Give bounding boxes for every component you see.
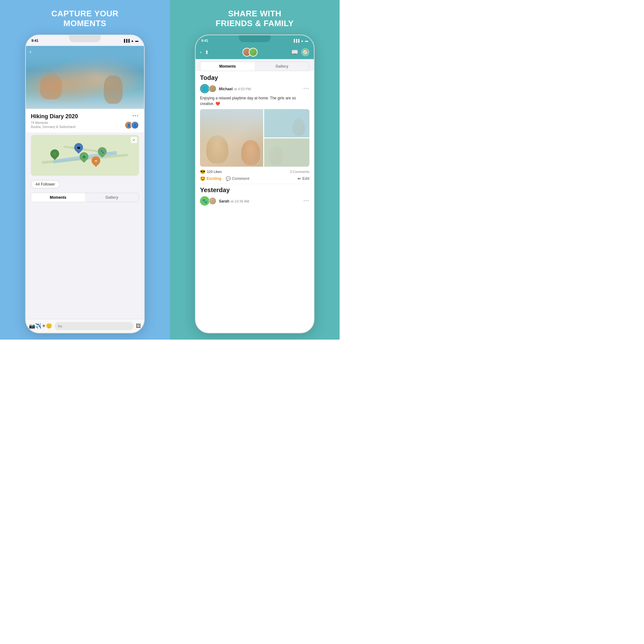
yesterday-more-button[interactable]: ••• (303, 199, 309, 203)
diary-avatars: 👤 👤 (125, 121, 139, 129)
left-phone-content: ‹ Hiking Diary 2020 ••• 74 Moments Austr… (26, 46, 144, 333)
tab-gallery[interactable]: Gallery (85, 193, 139, 202)
moment-avatar: 🌐 (200, 84, 209, 93)
map-pin-1: 🌿 (48, 147, 61, 160)
left-phone: 9:41 ▐▐▐ ▲ ▬ ‹ Hiking Diary 2020 (25, 35, 145, 333)
signal-icon: ▐▐▐ (123, 39, 130, 42)
edit-button[interactable]: ✏ Edit (297, 176, 309, 181)
today-section-title: Today (200, 74, 309, 81)
photo-main (200, 109, 263, 167)
battery-icon-r: ▬ (305, 39, 308, 42)
moments-count: 74 Moments (31, 121, 75, 125)
right-phone-header: ‹ ⬆ 📖 🧭 (196, 46, 314, 59)
comment-label: Comment (232, 176, 249, 181)
yesterday-title: Yesterday (200, 186, 309, 194)
moment-user-info: Michael at 4:03 PM (219, 86, 251, 92)
text-input[interactable]: Aa (55, 322, 133, 330)
photo-grid (200, 109, 309, 167)
yesterday-username: Sarah (219, 199, 229, 203)
comments-count: 3 Comments (290, 170, 309, 174)
hero-photo: ‹ (26, 46, 144, 109)
action-row: 🤩 Exciting 💬 Comment ✏ Edit (200, 176, 309, 184)
header-avatar-2 (249, 48, 258, 57)
diary-meta: 74 Moments Austria, Germany & Switzerlan… (31, 121, 75, 129)
left-panel: CAPTURE YOUR MOMENTS 9:41 ▐▐▐ ▲ ▬ ‹ (0, 0, 170, 340)
likes-count: 120 Likes (207, 170, 222, 174)
tab-moments[interactable]: Moments (31, 193, 85, 202)
right-panel: SHARE WITH FRIENDS & FAMILY 9:41 ▐▐▐ ▲ ▬… (170, 0, 340, 340)
photo-bottom-right (264, 138, 309, 167)
diary-location: Austria, Germany & Switzerland (31, 125, 75, 129)
exciting-label: Exciting (207, 176, 221, 181)
right-status-time: 9:41 (201, 39, 208, 42)
diary-info: Hiking Diary 2020 ••• 74 Moments Austria… (26, 109, 144, 132)
photo-top-right (264, 109, 309, 137)
moment-user-photo (209, 85, 216, 92)
diary-title-row: Hiking Diary 2020 ••• (31, 113, 139, 120)
right-phone: 9:41 ▐▐▐ ▲ ▬ ‹ ⬆ 📖 🧭 Moments (195, 35, 314, 333)
edit-icon: ✏ (297, 176, 301, 181)
right-status-bar: 9:41 ▐▐▐ ▲ ▬ (196, 35, 314, 46)
wifi-icon: ▲ (131, 39, 134, 42)
header-left: ‹ ⬆ (200, 49, 209, 55)
follower-button[interactable]: 44 Follower (31, 180, 60, 188)
diary-meta-row: 74 Moments Austria, Germany & Switzerlan… (31, 121, 139, 129)
status-icons: ▐▐▐ ▲ ▬ (123, 39, 138, 42)
comment-button[interactable]: 💬 Comment (226, 176, 249, 181)
right-status-icons: ▐▐▐ ▲ ▬ (293, 39, 308, 42)
map-bg: 🌿 🏔 🐾 🏠 🌲 (31, 135, 139, 176)
yesterday-header: 🐾 Sarah at 10:36 AM ••• (200, 196, 309, 206)
right-tab-gallery[interactable]: Gallery (255, 62, 309, 71)
wifi-icon-r: ▲ (301, 39, 304, 42)
reaction-emoji: 😎 (200, 169, 205, 174)
right-tab-moments[interactable]: Moments (200, 62, 255, 71)
right-tabs-row: Moments Gallery (200, 62, 309, 71)
right-panel-title: SHARE WITH FRIENDS & FAMILY (216, 9, 294, 28)
map-container[interactable]: 🌿 🏔 🐾 🏠 🌲 ⤢ (31, 135, 139, 176)
left-tabs-row: Moments Gallery (31, 193, 139, 202)
likes-left: 😎 120 Likes (200, 169, 222, 174)
moment-username: Michael (219, 87, 233, 91)
signal-icon-r: ▐▐▐ (293, 39, 299, 42)
camera-icon[interactable]: 📷 (29, 323, 35, 329)
moment-header: 🌐 Michael at 4:03 PM ••• (200, 84, 309, 93)
book-icon[interactable]: 📖 (291, 49, 298, 56)
yesterday-time: at 10:36 AM (231, 199, 249, 203)
moment-more-button[interactable]: ••• (303, 86, 309, 91)
header-avatars (242, 48, 258, 57)
edit-label: Edit (302, 176, 309, 181)
header-right: 📖 🧭 (291, 48, 309, 56)
sun-icon[interactable]: ☀ (42, 323, 46, 329)
bottom-toolbar: 📷 ✈️ ☀ 🙂 Aa 🖼 (26, 319, 144, 333)
likes-row: 😎 120 Likes 3 Comments (200, 169, 309, 174)
emoji-icon[interactable]: 🙂 (46, 323, 52, 329)
avatar-2: 👤 (131, 121, 139, 129)
travel-icon[interactable]: ✈️ (35, 323, 42, 329)
status-time: 9:41 (31, 39, 38, 42)
diary-title: Hiking Diary 2020 (31, 113, 78, 120)
right-content: Today 🌐 Michael at 4:03 PM ••• Enjoying … (196, 71, 314, 333)
compass-icon[interactable]: 🧭 (301, 48, 309, 56)
battery-icon: ▬ (135, 39, 138, 42)
exciting-emoji: 🤩 (200, 176, 205, 181)
yesterday-avatar: 🐾 (200, 196, 209, 206)
yesterday-user-photo (209, 197, 216, 205)
yesterday-section: Yesterday 🐾 Sarah at 10:36 AM ••• (200, 186, 309, 206)
map-expand-button[interactable]: ⤢ (131, 137, 137, 143)
moment-time: at 4:03 PM (234, 87, 251, 91)
exciting-button[interactable]: 🤩 Exciting (200, 176, 221, 181)
comment-icon: 💬 (226, 176, 231, 181)
left-status-bar: 9:41 ▐▐▐ ▲ ▬ (26, 35, 144, 46)
notch (69, 35, 101, 42)
yesterday-user-info: Sarah at 10:36 AM (219, 198, 249, 204)
moment-text: Enjoying a relaxed playtime day at home.… (200, 95, 309, 107)
notch-right (239, 35, 270, 42)
image-icon[interactable]: 🖼 (136, 323, 141, 329)
share-icon[interactable]: ⬆ (205, 49, 209, 55)
more-dots-button[interactable]: ••• (132, 113, 139, 118)
back-icon[interactable]: ‹ (200, 49, 202, 55)
back-button[interactable]: ‹ (30, 48, 31, 55)
left-panel-title: CAPTURE YOUR MOMENTS (51, 9, 119, 28)
